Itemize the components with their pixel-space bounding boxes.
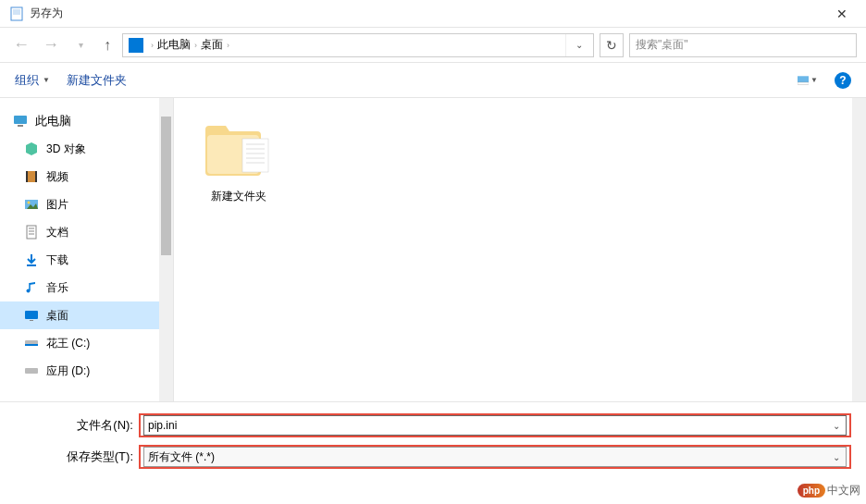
download-icon — [24, 252, 39, 267]
search-placeholder: 搜索"桌面" — [636, 37, 850, 53]
toolbar: 组织 ▼ 新建文件夹 ▼ ? — [0, 63, 866, 98]
help-button[interactable]: ? — [835, 72, 851, 89]
refresh-button[interactable]: ↻ — [600, 33, 624, 57]
sidebar-item-label: 此电脑 — [35, 113, 71, 129]
view-mode-button[interactable]: ▼ — [798, 70, 818, 91]
svg-rect-22 — [30, 320, 33, 321]
close-button[interactable]: ✕ — [822, 0, 862, 28]
svg-rect-25 — [25, 368, 38, 374]
filename-label: 文件名(N): — [15, 417, 139, 434]
svg-rect-7 — [18, 125, 23, 127]
svg-rect-21 — [25, 311, 38, 319]
breadcrumb[interactable]: › 此电脑 › 桌面 › ⌄ — [122, 33, 594, 57]
sidebar-item-label: 音乐 — [46, 280, 68, 296]
filename-input[interactable]: pip.ini ⌄ — [143, 415, 847, 436]
watermark: php 中文网 — [798, 483, 860, 498]
svg-rect-15 — [27, 226, 36, 239]
content-area[interactable]: 新建文件夹 — [174, 98, 866, 401]
sidebar-item-drive-d[interactable]: 应用 (D:) — [0, 357, 173, 385]
svg-rect-6 — [14, 116, 27, 124]
sidebar-item-videos[interactable]: 视频 — [0, 163, 173, 191]
cube-icon — [24, 141, 39, 156]
watermark-badge: php — [798, 484, 825, 498]
film-icon — [24, 169, 39, 184]
sidebar-item-pictures[interactable]: 图片 — [0, 191, 173, 218]
chevron-right-icon: › — [227, 41, 229, 50]
footer: 文件名(N): pip.ini ⌄ 保存类型(T): 所有文件 (*.*) ⌄ — [0, 401, 866, 482]
svg-point-13 — [28, 202, 31, 204]
svg-marker-8 — [26, 142, 37, 155]
nav-back-button[interactable]: ← — [9, 33, 33, 57]
monitor-icon — [129, 38, 143, 53]
sidebar-item-downloads[interactable]: 下载 — [0, 246, 173, 274]
folder-icon — [202, 117, 276, 183]
sidebar-item-label: 花王 (C:) — [46, 336, 90, 351]
folder-item[interactable]: 新建文件夹 — [192, 117, 285, 204]
sidebar-item-label: 图片 — [46, 197, 68, 213]
sidebar-item-music[interactable]: 音乐 — [0, 274, 173, 301]
breadcrumb-root[interactable]: 此电脑 — [157, 37, 191, 53]
window-title: 另存为 — [30, 6, 63, 21]
desktop-icon — [24, 308, 39, 323]
breadcrumb-current[interactable]: 桌面 — [201, 37, 223, 53]
sidebar-item-label: 下载 — [46, 252, 68, 268]
content-scrollbar[interactable] — [852, 98, 866, 401]
chevron-right-icon: › — [151, 41, 154, 50]
nav-recent-dropdown[interactable]: ▾ — [68, 33, 93, 57]
drive-icon — [24, 336, 39, 350]
chevron-down-icon: ▼ — [43, 76, 50, 84]
sidebar-item-documents[interactable]: 文档 — [0, 218, 173, 246]
notepad-icon — [9, 6, 24, 21]
filetype-label: 保存类型(T): — [15, 449, 139, 465]
new-folder-button[interactable]: 新建文件夹 — [67, 72, 127, 89]
sidebar-item-label: 视频 — [46, 169, 68, 185]
navbar: ← → ▾ ↑ › 此电脑 › 桌面 › ⌄ ↻ 搜索"桌面" — [0, 28, 866, 63]
search-input[interactable]: 搜索"桌面" — [629, 33, 857, 57]
sidebar-item-label: 应用 (D:) — [46, 363, 90, 379]
picture-icon — [24, 197, 39, 212]
dialog-body: 此电脑 3D 对象 视频 图片 文档 下载 音乐 桌面 — [0, 98, 866, 401]
document-icon — [24, 225, 39, 240]
monitor-icon — [13, 114, 28, 129]
sidebar-scrollbar[interactable] — [159, 98, 173, 401]
svg-point-20 — [27, 289, 31, 293]
sidebar-item-desktop[interactable]: 桌面 — [0, 301, 173, 329]
svg-rect-10 — [26, 171, 28, 182]
svg-rect-26 — [242, 139, 268, 172]
breadcrumb-dropdown[interactable]: ⌄ — [565, 34, 591, 56]
filetype-select[interactable]: 所有文件 (*.*) ⌄ — [143, 447, 847, 467]
chevron-right-icon: › — [194, 41, 197, 50]
filename-highlight: pip.ini ⌄ — [139, 413, 851, 437]
svg-rect-5 — [798, 82, 809, 85]
chevron-down-icon[interactable]: ⌄ — [833, 421, 840, 431]
sidebar-item-label: 桌面 — [46, 308, 68, 324]
nav-up-button[interactable]: ↑ — [98, 36, 117, 55]
chevron-down-icon[interactable]: ⌄ — [833, 452, 840, 462]
sidebar-item-drive-c[interactable]: 花王 (C:) — [0, 329, 173, 357]
organize-button[interactable]: 组织 ▼ — [15, 72, 50, 89]
chevron-down-icon: ▼ — [810, 76, 818, 84]
filetype-highlight: 所有文件 (*.*) ⌄ — [139, 445, 851, 469]
titlebar: 另存为 ✕ — [0, 0, 866, 28]
svg-rect-4 — [798, 76, 809, 82]
sidebar-item-label: 3D 对象 — [46, 141, 86, 157]
sidebar-root-this-pc[interactable]: 此电脑 — [0, 107, 173, 135]
nav-forward-button[interactable]: → — [39, 33, 63, 57]
drive-icon — [24, 363, 39, 378]
sidebar-item-label: 文档 — [46, 225, 68, 240]
svg-rect-24 — [25, 344, 38, 346]
sidebar: 此电脑 3D 对象 视频 图片 文档 下载 音乐 桌面 — [0, 98, 174, 401]
svg-rect-11 — [35, 171, 37, 182]
watermark-text: 中文网 — [827, 483, 860, 498]
folder-label: 新建文件夹 — [211, 189, 266, 204]
sidebar-item-3d-objects[interactable]: 3D 对象 — [0, 135, 173, 163]
music-icon — [24, 280, 39, 295]
